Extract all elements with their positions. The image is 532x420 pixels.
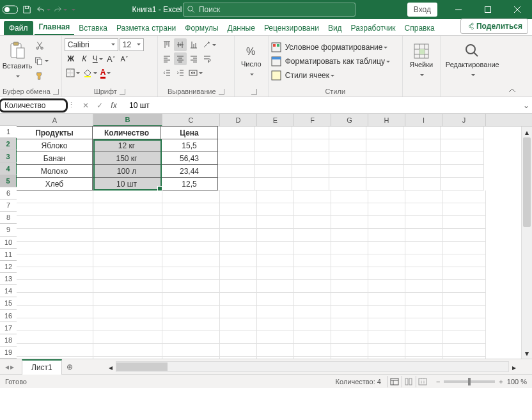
align-center-icon[interactable]	[174, 52, 187, 65]
tab-page-layout[interactable]: Разметка страни	[112, 21, 180, 35]
view-page-break-icon[interactable]	[416, 376, 430, 387]
row-header[interactable]: 17	[0, 322, 17, 334]
tab-formulas[interactable]: Формулы	[180, 21, 223, 35]
conditional-formatting-button[interactable]: Условное форматирование	[284, 41, 389, 54]
cut-icon[interactable]	[33, 39, 46, 52]
col-header[interactable]: H	[368, 114, 405, 126]
number-format-button[interactable]: % Число	[237, 38, 265, 83]
row-header[interactable]: 13	[0, 273, 17, 285]
row-header[interactable]: 18	[0, 334, 17, 346]
indent-decrease-icon[interactable]	[160, 66, 173, 79]
zoom-control[interactable]: − + 100 %	[436, 378, 527, 385]
sign-in-button[interactable]: Вход	[407, 3, 437, 17]
col-header[interactable]: A	[17, 114, 93, 126]
redo-button[interactable]	[52, 2, 68, 17]
font-grow-icon[interactable]: A˄	[105, 52, 118, 65]
paste-button[interactable]: Вставить	[3, 38, 32, 83]
close-button[interactable]	[503, 0, 532, 19]
number-dialog-launcher[interactable]	[251, 89, 257, 95]
copy-icon[interactable]	[33, 54, 50, 67]
expand-formula-bar-icon[interactable]: ⌄	[520, 101, 532, 110]
qat-customize[interactable]	[69, 2, 77, 17]
col-header[interactable]: I	[405, 114, 442, 126]
row-header[interactable]: 3	[0, 150, 17, 162]
sheet-next-icon[interactable]: ▸	[10, 362, 14, 371]
wrap-text-icon[interactable]	[201, 52, 214, 65]
view-normal-icon[interactable]	[387, 376, 402, 387]
cell[interactable]: Банан	[17, 152, 93, 165]
search-input[interactable]	[199, 5, 327, 14]
cell[interactable]: 12 кг	[92, 139, 161, 152]
add-sheet-button[interactable]: ⊕	[62, 359, 77, 375]
tab-insert[interactable]: Вставка	[74, 21, 112, 35]
row-header[interactable]: 19	[0, 346, 17, 359]
align-right-icon[interactable]	[187, 52, 200, 65]
tab-data[interactable]: Данные	[223, 21, 260, 35]
cell[interactable]: Цена	[160, 126, 218, 139]
cell[interactable]: 150 кг	[92, 152, 161, 165]
cancel-formula-icon[interactable]: ✕	[79, 99, 92, 112]
undo-button[interactable]	[36, 2, 51, 17]
sheet-nav[interactable]: ◂ ▸	[0, 362, 19, 371]
underline-button[interactable]: Ч	[91, 52, 104, 65]
row-header[interactable]: 1	[0, 126, 17, 138]
borders-icon[interactable]	[65, 66, 81, 79]
scroll-down-icon[interactable]: ▾	[522, 348, 532, 359]
col-header[interactable]: D	[220, 114, 257, 126]
row-header[interactable]: 5	[0, 175, 17, 187]
search-box[interactable]	[183, 3, 356, 17]
alignment-dialog-launcher[interactable]	[219, 89, 224, 95]
autosave-toggle[interactable]	[3, 2, 18, 17]
scroll-thumb[interactable]	[523, 137, 531, 227]
row-header[interactable]: 2	[0, 138, 17, 150]
row-header[interactable]: 10	[0, 237, 17, 249]
share-button[interactable]: Поделиться	[460, 19, 528, 34]
orientation-icon[interactable]	[201, 38, 217, 51]
zoom-value[interactable]: 100 %	[507, 378, 527, 385]
formula-input[interactable]	[125, 97, 520, 113]
accept-formula-icon[interactable]: ✓	[93, 99, 106, 112]
row-header[interactable]: 7	[0, 199, 17, 212]
name-box[interactable]: Количество	[0, 98, 68, 113]
cell[interactable]: 23,44	[160, 164, 218, 178]
indent-increase-icon[interactable]	[174, 66, 187, 79]
align-bottom-icon[interactable]	[187, 38, 200, 51]
tab-review[interactable]: Рецензировани	[260, 21, 324, 35]
merge-cells-icon[interactable]	[187, 66, 204, 79]
row-header[interactable]: 11	[0, 249, 17, 261]
sheet-tab[interactable]: Лист1	[22, 359, 62, 375]
row-header[interactable]: 14	[0, 285, 17, 297]
tab-view[interactable]: Вид	[324, 21, 347, 35]
scroll-up-icon[interactable]: ▴	[522, 127, 532, 137]
italic-button[interactable]: К	[78, 52, 91, 65]
align-left-icon[interactable]	[160, 52, 173, 65]
cells-button[interactable]: Ячейки	[405, 38, 437, 83]
cell[interactable]: Хлеб	[17, 177, 93, 191]
zoom-slider[interactable]	[444, 380, 495, 383]
vertical-scrollbar[interactable]: ▴ ▾	[521, 127, 532, 359]
cell-styles-button[interactable]: Стили ячеек	[284, 69, 336, 82]
cell-active[interactable]: 10 шт	[92, 177, 161, 191]
scroll-thumb[interactable]	[116, 362, 168, 371]
horizontal-scrollbar[interactable]: ◂▸	[77, 361, 532, 372]
align-middle-icon[interactable]	[174, 38, 187, 51]
row-header[interactable]: 4	[0, 163, 17, 175]
cell[interactable]: 12,5	[160, 177, 218, 191]
tab-file[interactable]: Файл	[4, 21, 33, 35]
format-as-table-button[interactable]: Форматировать как таблицу	[284, 55, 391, 68]
cell[interactable]: 56,43	[160, 152, 218, 165]
col-header[interactable]: B	[93, 114, 162, 127]
spreadsheet-grid[interactable]: 1 2 3 4 5 6 7 8 9 10 11 12 13 14 15 16 1…	[0, 114, 532, 359]
font-name-combo[interactable]: Calibri	[65, 38, 118, 51]
row-header[interactable]: 8	[0, 212, 17, 224]
maximize-button[interactable]	[473, 0, 503, 19]
col-header[interactable]: J	[442, 114, 486, 126]
sheet-prev-icon[interactable]: ◂	[5, 362, 9, 371]
collapse-ribbon-icon[interactable]	[505, 36, 520, 97]
tab-home[interactable]: Главная	[35, 20, 75, 35]
row-header[interactable]: 15	[0, 297, 17, 309]
minimize-button[interactable]	[444, 0, 473, 19]
row-header[interactable]: 6	[0, 187, 17, 199]
editing-button[interactable]: Редактирование	[443, 38, 502, 83]
fx-icon[interactable]: fx	[107, 99, 120, 112]
